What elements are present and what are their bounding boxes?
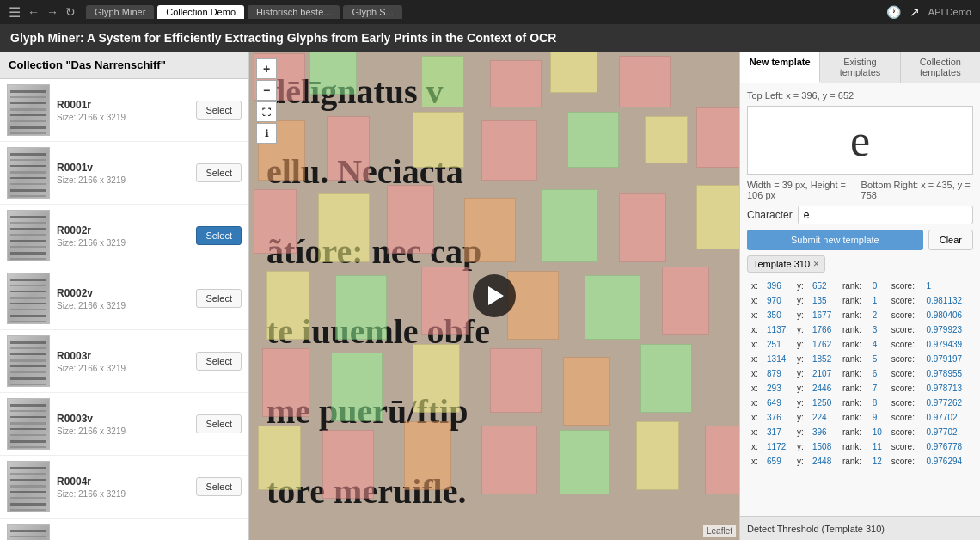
result-row: x: 1137 y: 1766 rank: 3 score: 0.979923 xyxy=(749,323,971,336)
result-rank-label: rank: xyxy=(840,323,868,336)
result-score-label: score: xyxy=(889,323,922,336)
select-document-button[interactable]: Select xyxy=(196,352,242,371)
result-score-label: score: xyxy=(889,279,922,292)
result-x-label: x: xyxy=(749,367,763,380)
result-y-val: 1762 xyxy=(810,338,838,351)
result-y-label: y: xyxy=(794,382,808,395)
result-rank-label: rank: xyxy=(840,353,868,365)
info-button[interactable]: ℹ xyxy=(256,123,277,144)
tab-collection-templates[interactable]: Collection templates xyxy=(901,52,980,83)
result-row: x: 396 y: 652 rank: 0 score: 1 xyxy=(749,279,971,292)
fullscreen-button[interactable]: ⛶ xyxy=(256,101,277,122)
document-list-item: R0004rSize: 2166 x 3219Select xyxy=(0,456,248,519)
doc-name: R0003v xyxy=(57,413,189,425)
select-document-button[interactable]: Select xyxy=(196,163,242,182)
document-list[interactable]: R0001rSize: 2166 x 3219SelectR0001vSize:… xyxy=(0,79,248,540)
result-x-label: x: xyxy=(749,382,763,395)
result-rank-val: 3 xyxy=(870,323,887,336)
browser-menu: ☰ xyxy=(9,4,21,21)
result-y-label: y: xyxy=(794,411,808,424)
result-x-label: x: xyxy=(749,309,763,322)
result-score-val: 0.979923 xyxy=(923,323,971,336)
template-tag-close[interactable]: × xyxy=(813,258,819,270)
video-play-button[interactable] xyxy=(473,274,516,317)
map-text-line-1: dēlīgnatus v xyxy=(266,71,722,113)
doc-thumbnail xyxy=(7,210,50,261)
result-row: x: 879 y: 2107 rank: 6 score: 0.978955 xyxy=(749,367,971,380)
clock-icon[interactable]: 🕐 xyxy=(886,5,901,19)
character-input[interactable] xyxy=(798,206,973,224)
result-row: x: 317 y: 396 rank: 10 score: 0.97702 xyxy=(749,426,971,439)
browser-tabs: Glyph Miner Collection Demo Historisch b… xyxy=(86,5,402,19)
select-document-button[interactable]: Select xyxy=(196,101,242,120)
clear-button[interactable]: Clear xyxy=(928,230,973,250)
page-title: Glyph Miner: A System for Efficiently Ex… xyxy=(10,31,556,45)
tab-glyph-miner[interactable]: Glyph Miner xyxy=(86,5,154,19)
result-x-label: x: xyxy=(749,338,763,351)
submit-template-button[interactable]: Submit new template xyxy=(747,230,923,250)
result-y-val: 135 xyxy=(810,294,838,307)
share-icon[interactable]: ↗ xyxy=(910,5,920,19)
right-panel: New template Existing templates Collecti… xyxy=(739,52,980,540)
result-score-label: score: xyxy=(889,440,922,453)
doc-thumbnail xyxy=(7,398,50,450)
doc-size: Size: 2166 x 3219 xyxy=(57,364,189,373)
result-rank-label: rank: xyxy=(840,294,868,307)
result-y-label: y: xyxy=(794,323,808,336)
tab-glyph-s[interactable]: Glyph S... xyxy=(343,5,401,19)
result-x-val: 1172 xyxy=(764,440,793,453)
tab-existing-templates[interactable]: Existing templates xyxy=(820,52,900,83)
result-score-label: score: xyxy=(889,396,922,409)
doc-thumbnail xyxy=(7,147,50,199)
result-score-val: 0.978713 xyxy=(923,382,971,395)
result-rank-label: rank: xyxy=(840,367,868,380)
map-text-line-5: me puerū/ftip xyxy=(266,391,722,433)
result-y-label: y: xyxy=(794,294,808,307)
doc-size: Size: 2166 x 3219 xyxy=(57,238,189,248)
result-x-val: 970 xyxy=(764,294,793,307)
result-rank-label: rank: xyxy=(840,396,868,409)
result-score-val: 0.981132 xyxy=(923,294,971,307)
result-x-label: x: xyxy=(749,426,763,439)
doc-info: R0003rSize: 2166 x 3219 xyxy=(57,350,189,373)
right-panel-tabs: New template Existing templates Collecti… xyxy=(740,52,980,83)
refresh-button[interactable]: ↻ xyxy=(65,5,76,19)
center-map-panel[interactable]: dēlīgnatus v ellu. Neciacta ãtíore: nec … xyxy=(249,52,739,540)
tab-historisch[interactable]: Historisch beste... xyxy=(248,5,340,19)
result-x-val: 659 xyxy=(764,455,793,468)
result-rank-label: rank: xyxy=(840,279,868,292)
result-x-label: x: xyxy=(749,323,763,336)
result-rank-label: rank: xyxy=(840,455,868,468)
result-row: x: 251 y: 1762 rank: 4 score: 0.979439 xyxy=(749,338,971,351)
zoom-in-button[interactable]: + xyxy=(256,58,277,79)
result-x-label: x: xyxy=(749,396,763,409)
select-document-button[interactable]: Select xyxy=(196,414,242,433)
result-score-label: score: xyxy=(889,426,922,439)
doc-name: R0001v xyxy=(57,162,189,174)
result-row: x: 970 y: 135 rank: 1 score: 0.981132 xyxy=(749,294,971,307)
select-document-button[interactable]: Select xyxy=(196,289,242,308)
result-rank-val: 6 xyxy=(870,367,887,380)
detect-threshold-label: Detect Threshold (Template 310) xyxy=(747,524,885,534)
doc-info: R0003vSize: 2166 x 3219 xyxy=(57,413,189,436)
result-score-label: score: xyxy=(889,309,922,322)
select-document-button[interactable]: Select xyxy=(196,477,242,496)
result-score-label: score: xyxy=(889,338,922,351)
back-button[interactable]: ← xyxy=(28,5,40,19)
result-score-val: 0.979197 xyxy=(923,353,971,365)
result-x-val: 649 xyxy=(764,396,793,409)
right-panel-content: Top Left: x = 396, y = 652 e Width = 39 … xyxy=(740,83,980,516)
template-tag-label: Template 310 xyxy=(753,259,810,269)
result-rank-val: 9 xyxy=(870,411,887,424)
doc-thumbnail xyxy=(7,524,50,540)
tab-collection-demo[interactable]: Collection Demo xyxy=(157,5,244,19)
zoom-out-button[interactable]: − xyxy=(256,80,277,101)
result-y-val: 1766 xyxy=(810,323,838,336)
forward-button[interactable]: → xyxy=(46,5,58,19)
tab-new-template[interactable]: New template xyxy=(740,52,820,83)
result-rank-val: 10 xyxy=(870,426,887,439)
result-rank-label: rank: xyxy=(840,309,868,322)
character-row: Character xyxy=(747,206,973,224)
doc-size: Size: 2166 x 3219 xyxy=(57,175,189,185)
select-document-button[interactable]: Select xyxy=(196,226,242,245)
